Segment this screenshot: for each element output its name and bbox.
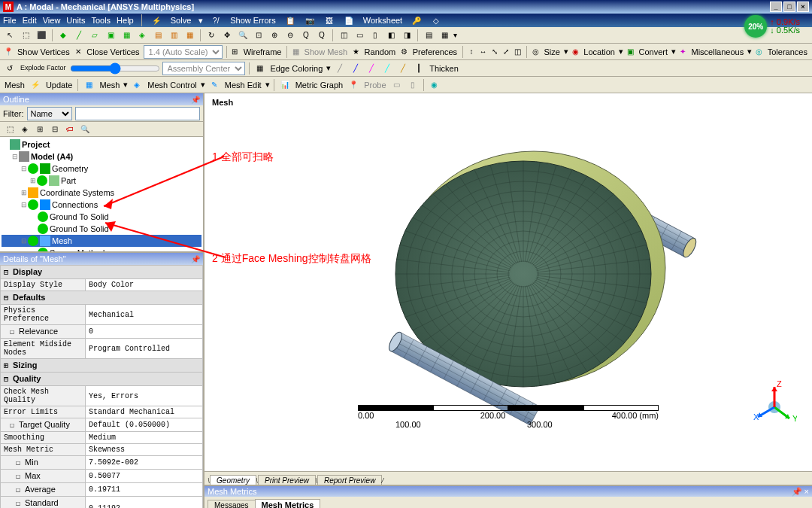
edge-icon[interactable]: ╱ bbox=[396, 62, 410, 75]
details-meshmetric[interactable]: Skewness bbox=[85, 444, 202, 456]
tree-coord[interactable]: Coordinate Systems bbox=[40, 188, 114, 197]
tab-geometry[interactable]: Geometry bbox=[210, 475, 256, 485]
details-targetquality[interactable]: Default (0.050000) bbox=[85, 418, 202, 432]
minimize-button[interactable]: _ bbox=[770, 2, 782, 12]
tool-icon-3[interactable]: 🖼 bbox=[323, 14, 336, 27]
layout-icon[interactable]: ▤ bbox=[422, 29, 435, 42]
tool-icon[interactable]: ▥ bbox=[167, 29, 180, 42]
face-icon[interactable]: ▱ bbox=[88, 29, 102, 42]
edge-icon[interactable]: ╱ bbox=[365, 62, 378, 75]
edgecoloring-label[interactable]: Edge Coloring bbox=[269, 64, 325, 73]
tab-meshmetrics[interactable]: Mesh Metrics bbox=[255, 499, 321, 508]
showmesh-icon[interactable]: ▦ bbox=[291, 45, 301, 59]
tool-icon-4[interactable]: 🔑 bbox=[410, 14, 423, 27]
tree-icon[interactable]: 🏷 bbox=[63, 123, 77, 136]
convert-label[interactable]: Convert bbox=[637, 47, 669, 56]
viewport-3d[interactable]: Mesh bbox=[205, 93, 812, 471]
solve-label[interactable]: Solve bbox=[169, 16, 193, 25]
menu-edit[interactable]: Edit bbox=[23, 16, 37, 25]
menu-file[interactable]: File bbox=[3, 16, 17, 25]
meshcontrol-label[interactable]: Mesh Control bbox=[146, 81, 198, 90]
update-icon[interactable]: ⚡ bbox=[29, 78, 42, 92]
menu-view[interactable]: View bbox=[43, 16, 61, 25]
tree-expand-icon[interactable]: ⊞ bbox=[33, 123, 47, 136]
showvertices-label[interactable]: Show Vertices bbox=[16, 47, 71, 56]
tool-icon[interactable]: ◈ bbox=[135, 29, 149, 42]
preferences-icon[interactable]: ⚙ bbox=[399, 45, 409, 59]
convert-icon[interactable]: ▣ bbox=[626, 45, 635, 59]
worksheet-icon[interactable]: 📄 bbox=[342, 14, 356, 27]
details-relevance[interactable]: 0 bbox=[85, 325, 202, 339]
layout-icon[interactable]: ▦ bbox=[438, 29, 451, 42]
tool-icon-5[interactable]: ◇ bbox=[429, 14, 443, 27]
mesh-icon[interactable]: ▦ bbox=[82, 78, 95, 92]
tool-icon[interactable]: ▯ bbox=[406, 78, 420, 92]
tree-connections[interactable]: Connections bbox=[52, 200, 98, 209]
tool-icon[interactable]: ▦ bbox=[183, 29, 196, 42]
tool-icon-2[interactable]: 📷 bbox=[303, 14, 317, 27]
rotate-icon[interactable]: ↻ bbox=[205, 29, 218, 42]
pan-icon[interactable]: ✥ bbox=[220, 29, 234, 42]
tool-icon[interactable]: ▤ bbox=[151, 29, 165, 42]
tolerances-label[interactable]: Tolerances bbox=[766, 47, 809, 56]
meshedit-icon[interactable]: ✎ bbox=[208, 78, 221, 92]
tool-icon[interactable]: ⬚ bbox=[19, 29, 32, 42]
misc-label[interactable]: Miscellaneous bbox=[690, 47, 746, 56]
probe-icon[interactable]: 📍 bbox=[347, 78, 360, 92]
iso-icon[interactable]: ◫ bbox=[337, 29, 350, 42]
solve-icon[interactable]: ⚡ bbox=[150, 14, 163, 27]
meshedit-label[interactable]: Mesh Edit bbox=[223, 81, 263, 90]
details-physicspref[interactable]: Mechanical bbox=[85, 305, 202, 325]
tool-icon[interactable]: ▦ bbox=[120, 29, 133, 42]
tool-icon[interactable]: Q bbox=[315, 29, 329, 42]
tree-ground2[interactable]: Ground To Solid bbox=[50, 224, 109, 233]
tree-icon[interactable]: ⬚ bbox=[3, 123, 17, 136]
size-label[interactable]: Size bbox=[542, 47, 561, 56]
meshbtn-label[interactable]: Mesh bbox=[98, 81, 121, 90]
filter-input[interactable] bbox=[75, 107, 201, 120]
tool-icon[interactable]: ⤢ bbox=[501, 45, 511, 59]
location-label[interactable]: Location bbox=[582, 47, 617, 56]
update-label[interactable]: Update bbox=[44, 81, 74, 90]
tab-reportpreview[interactable]: Report Preview bbox=[317, 475, 382, 485]
details-grid[interactable]: ⊟ Display Display StyleBody Color ⊟ Defa… bbox=[0, 265, 203, 508]
tool-icon-1[interactable]: 📋 bbox=[283, 14, 297, 27]
wireframe-icon[interactable]: ⊞ bbox=[230, 45, 240, 59]
menu-tools[interactable]: Tools bbox=[91, 16, 111, 25]
showerrors-label[interactable]: Show Errors bbox=[229, 16, 277, 25]
orientation-triad[interactable]: Y X Z bbox=[752, 381, 797, 426]
tool-icon[interactable]: ↕ bbox=[467, 45, 477, 59]
metricgraph-icon[interactable]: 📊 bbox=[278, 78, 292, 92]
random-icon[interactable]: ★ bbox=[351, 45, 361, 59]
view-icon[interactable]: ▭ bbox=[353, 29, 366, 42]
tree-icon[interactable]: 🔍 bbox=[78, 123, 92, 136]
closevertices-icon[interactable]: ✕ bbox=[74, 45, 83, 59]
edge-icon[interactable]: ╱ bbox=[333, 62, 347, 75]
tool-icon[interactable]: Q bbox=[299, 29, 313, 42]
tree-collapse-icon[interactable]: ⊟ bbox=[48, 123, 62, 136]
edge-icon[interactable]: ╱ bbox=[349, 62, 362, 75]
details-smoothing[interactable]: Medium bbox=[85, 432, 202, 444]
tool-icon[interactable]: ▭ bbox=[390, 78, 404, 92]
tool-icon[interactable]: ◫ bbox=[514, 45, 523, 59]
size-icon[interactable]: ◎ bbox=[531, 45, 541, 59]
thicken-icon[interactable]: ┃ bbox=[412, 62, 426, 75]
zoomfit-icon[interactable]: ⊡ bbox=[252, 29, 265, 42]
tab-messages[interactable]: Messages bbox=[208, 500, 256, 508]
autoscale-dropdown[interactable]: 1.4 (Auto Scale) bbox=[144, 45, 223, 59]
wireframe-label[interactable]: Wireframe bbox=[242, 47, 283, 56]
tree-model[interactable]: Model (A4) bbox=[31, 152, 73, 161]
worksheet-label[interactable]: Worksheet bbox=[362, 16, 404, 25]
details-errorlimits[interactable]: Standard Mechanical bbox=[85, 406, 202, 418]
random-label[interactable]: Random bbox=[363, 47, 398, 56]
filter-dropdown[interactable]: Name bbox=[27, 107, 72, 120]
tree-part[interactable]: Part bbox=[61, 176, 76, 185]
body-icon[interactable]: ▣ bbox=[104, 29, 117, 42]
tolerances-icon[interactable]: ◎ bbox=[754, 45, 764, 59]
tool-icon[interactable]: ◉ bbox=[428, 78, 441, 92]
select-icon[interactable]: ↖ bbox=[3, 29, 17, 42]
assembly-dropdown[interactable]: Assembly Center bbox=[162, 62, 245, 75]
details-pin-icon[interactable]: 📌 bbox=[191, 255, 200, 263]
tree-mesh[interactable]: Mesh bbox=[52, 236, 72, 245]
closevertices-label[interactable]: Close Vertices bbox=[85, 47, 141, 56]
